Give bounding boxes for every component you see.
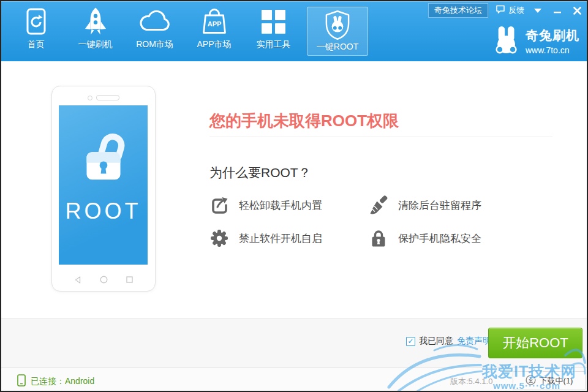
- brand-site-url: www.7to.cn: [526, 45, 579, 55]
- speech-bubble-icon: [496, 5, 505, 16]
- feature-label: 保护手机隐私安全: [398, 232, 481, 246]
- nav-item-home[interactable]: 首页: [6, 5, 66, 58]
- version-label: 版本:5.4.1.0: [450, 376, 492, 387]
- rabbit-mascot-icon: [494, 24, 521, 58]
- android-back-icon: [74, 276, 81, 284]
- cloud-icon: [138, 5, 172, 38]
- nav-item-root[interactable]: 一键ROOT: [307, 7, 368, 56]
- forum-link[interactable]: 奇兔技术论坛: [428, 3, 488, 18]
- screen-root-label: ROOT: [59, 198, 148, 224]
- feedback-button[interactable]: 反馈: [496, 5, 524, 16]
- phone-speaker: [96, 95, 119, 100]
- feature-label: 清除后台驻留程序: [398, 198, 481, 213]
- download-manager-button[interactable]: 下载中(1): [513, 371, 586, 390]
- connected-phone-icon: [17, 374, 26, 388]
- feature-uninstall: 轻松卸载手机内置: [209, 195, 369, 216]
- main-nav: 首页 一键刷机: [6, 5, 368, 58]
- feature-label: 轻松卸载手机内置: [239, 198, 322, 213]
- brand-logo: 奇兔刷机 www.7to.cn: [494, 24, 579, 58]
- disclaimer-link[interactable]: 免责声明: [457, 336, 491, 347]
- header: 首页 一键刷机: [1, 1, 587, 61]
- chevron-down-icon: [534, 9, 541, 13]
- download-icon: [526, 375, 536, 387]
- nav-item-rom-market[interactable]: ROM市场: [125, 5, 184, 58]
- feature-privacy: 保护手机隐私安全: [369, 228, 552, 249]
- nav-item-tools[interactable]: 实用工具: [244, 5, 303, 58]
- connection-status: 已连接：Android: [17, 374, 94, 388]
- why-root-heading: 为什么要ROOT？: [209, 164, 311, 181]
- android-home-icon: [100, 276, 108, 284]
- nav-item-app-market[interactable]: APP APP市场: [184, 5, 244, 58]
- android-recents-icon: [126, 276, 133, 283]
- tools-grid-icon: [262, 5, 285, 38]
- feature-clean: 清除后台驻留程序: [369, 195, 552, 216]
- feature-list: 轻松卸载手机内置 清除后台驻留程序: [209, 195, 552, 249]
- minimize-button[interactable]: [551, 5, 564, 16]
- connection-label: 已连接：Android: [31, 376, 94, 387]
- privacy-lock-icon: [369, 228, 388, 248]
- close-icon: [573, 7, 581, 15]
- home-refresh-icon: [24, 5, 48, 38]
- nav-label: 一键刷机: [78, 39, 113, 50]
- phone-camera-dot: [88, 96, 92, 100]
- gear-icon: [209, 228, 229, 248]
- phone-illustration: ROOT: [51, 86, 156, 292]
- divider: [209, 137, 552, 137]
- agree-label: 我已同意: [419, 336, 453, 347]
- agree-checkbox[interactable]: ✓: [406, 337, 415, 346]
- root-shield-icon: [322, 10, 353, 40]
- phone-screen: ROOT: [59, 105, 148, 265]
- clean-brush-icon: [369, 195, 388, 215]
- menu-dropdown-button[interactable]: [532, 5, 544, 16]
- feature-label: 禁止软件开机自启: [239, 232, 322, 246]
- download-label: 下载中(1): [540, 375, 573, 386]
- unlocked-padlock-icon: [67, 126, 140, 190]
- close-button[interactable]: [571, 5, 583, 16]
- start-root-button[interactable]: 开始ROOT: [488, 328, 582, 358]
- svg-text:APP: APP: [207, 20, 221, 28]
- nav-label: 实用工具: [257, 39, 291, 50]
- nav-label: 首页: [28, 39, 45, 50]
- brand-name: 奇兔刷机: [526, 27, 579, 44]
- nav-label: ROM市场: [136, 39, 173, 50]
- feedback-label: 反馈: [508, 5, 524, 16]
- nav-label: 一键ROOT: [317, 42, 358, 53]
- rocket-icon: [83, 5, 108, 38]
- phone-nav-bar: [52, 276, 155, 284]
- page-title: 您的手机未取得ROOT权限: [209, 110, 399, 132]
- minimize-icon: [554, 7, 561, 14]
- app-window: 首页 一键刷机: [0, 0, 588, 392]
- app-bag-icon: APP: [200, 5, 228, 38]
- feature-autostart: 禁止软件开机自启: [209, 228, 369, 249]
- titlebar-controls: 奇兔技术论坛 反馈: [428, 4, 583, 17]
- agree-row: ✓ 我已同意 免责声明: [406, 336, 491, 347]
- uninstall-icon: [209, 195, 229, 215]
- nav-item-flash[interactable]: 一键刷机: [66, 5, 125, 58]
- nav-label: APP市场: [197, 39, 231, 50]
